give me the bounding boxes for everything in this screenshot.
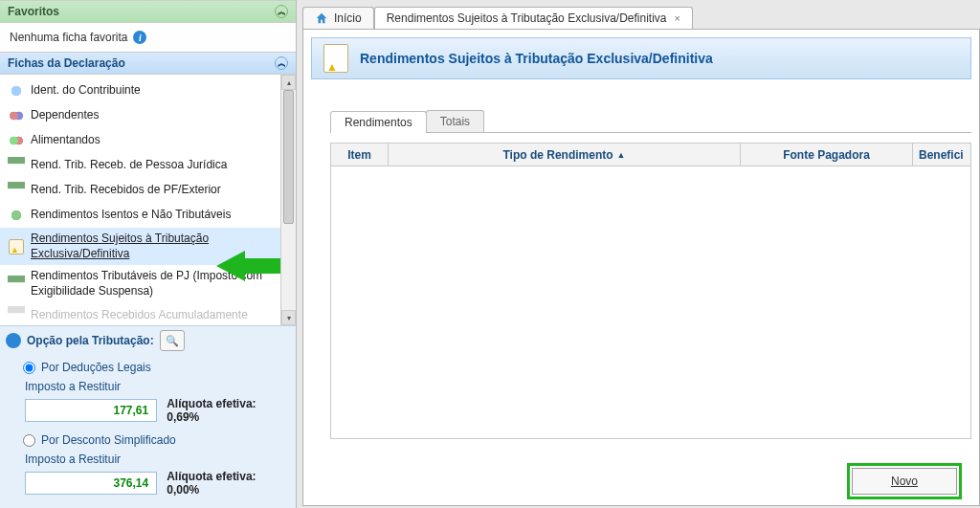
tax-option-icon <box>6 333 21 348</box>
chevron-up-icon[interactable]: ︽ <box>275 56 288 70</box>
col-label: Item <box>347 148 371 162</box>
top-tabs: Início Rendimentos Sujeitos à Tributação… <box>302 4 980 29</box>
col-label: Benefici <box>919 148 964 162</box>
tab-label: Rendimentos Sujeitos à Tributação Exclus… <box>387 11 667 25</box>
fichas-header[interactable]: Fichas da Declaração ︽ <box>0 52 296 75</box>
sidebar-item-label: Rendimentos Tributáveis de PJ (Imposto c… <box>31 269 288 298</box>
money-icon <box>8 182 25 199</box>
document-warning-icon <box>8 238 25 255</box>
tax-option-deducoes[interactable]: Por Deduções Legais <box>6 359 290 376</box>
search-icon <box>166 334 179 347</box>
sidebar-item-label: Rendimentos Recebidos Acumuladamente <box>31 308 248 323</box>
tab-label: Início <box>334 11 362 25</box>
subtab-label: Rendimentos <box>345 116 412 129</box>
col-label: Fonte Pagadora <box>783 148 870 162</box>
subtab-label: Totais <box>440 115 470 128</box>
content-body: Rendimentos Totais Item Tipo de Rendimen… <box>303 79 979 505</box>
scroll-down-icon[interactable]: ▾ <box>281 310 296 325</box>
check-icon <box>8 207 25 224</box>
table-header: Item Tipo de Rendimento ▲ Fonte Pagadora… <box>331 144 970 166</box>
tax-value-row: 177,61 Alíquota efetiva: 0,69% <box>25 397 290 424</box>
col-label: Tipo de Rendimento <box>502 148 612 162</box>
close-icon[interactable]: × <box>675 12 680 24</box>
tax-subtitle: Imposto a Restituir <box>25 380 290 393</box>
novo-button[interactable]: Novo <box>852 468 957 495</box>
sidebar-item-rend-suspensa[interactable]: Rendimentos Tributáveis de PJ (Imposto c… <box>0 265 296 302</box>
taxation-header-label: Opção pela Tributação: <box>27 334 154 347</box>
sidebar-item-label: Rendimentos Sujeitos à Tributação Exclus… <box>31 232 288 261</box>
sidebar-item-label: Rendimentos Isentos e Não Tributáveis <box>31 208 231 223</box>
subtab-totais[interactable]: Totais <box>426 110 484 132</box>
sidebar-item-dependentes[interactable]: Dependentes <box>0 103 296 128</box>
money-icon <box>8 276 25 293</box>
scroll-up-icon[interactable]: ▴ <box>281 75 296 90</box>
info-icon[interactable]: i <box>133 31 146 44</box>
people-icon <box>8 132 25 149</box>
document-warning-icon <box>323 44 348 73</box>
favoritos-header-label: Favoritos <box>8 5 59 18</box>
sidebar-item-rend-acumulado[interactable]: Rendimentos Recebidos Acumuladamente <box>0 302 296 325</box>
sidebar-item-rend-pj[interactable]: Rend. Trib. Receb. de Pessoa Jurídica <box>0 153 296 178</box>
fichas-list: Ident. do Contribuinte Dependentes Alime… <box>0 75 296 325</box>
tab-inicio[interactable]: Início <box>302 7 374 29</box>
radio-desconto-simplificado[interactable] <box>23 434 35 447</box>
col-tipo-rendimento[interactable]: Tipo de Rendimento ▲ <box>389 144 741 166</box>
tax-value-deducoes: 177,61 <box>25 399 157 422</box>
favoritos-body: Nenhuma ficha favorita i <box>0 23 296 52</box>
fichas-header-label: Fichas da Declaração <box>8 56 125 70</box>
sort-asc-icon: ▲ <box>617 150 626 160</box>
subtab-rendimentos[interactable]: Rendimentos <box>330 111 427 133</box>
tax-aliquota: Alíquota efetiva: 0,00% <box>167 470 290 497</box>
sidebar-item-rend-isentos[interactable]: Rendimentos Isentos e Não Tributáveis <box>0 203 296 228</box>
col-fonte-pagadora[interactable]: Fonte Pagadora <box>741 144 913 166</box>
rendimentos-table: Item Tipo de Rendimento ▲ Fonte Pagadora… <box>330 143 971 439</box>
sidebar-item-ident-contribuinte[interactable]: Ident. do Contribuinte <box>0 78 296 103</box>
button-label: Novo <box>891 475 918 488</box>
favoritos-empty-text: Nenhuma ficha favorita <box>10 31 127 44</box>
sub-tabs: Rendimentos Totais <box>330 108 971 133</box>
sidebar-item-alimentandos[interactable]: Alimentandos <box>0 128 296 153</box>
radio-label: Por Desconto Simplificado <box>41 433 176 447</box>
chevron-up-icon[interactable]: ︽ <box>275 5 288 18</box>
annotation-highlight: Novo <box>847 463 962 499</box>
tax-option-simplificado[interactable]: Por Desconto Simplificado <box>6 431 290 449</box>
sidebar-item-rend-exclusiva[interactable]: Rendimentos Sujeitos à Tributação Exclus… <box>0 228 296 265</box>
money-icon <box>8 157 25 174</box>
people-icon <box>8 107 25 124</box>
home-icon <box>315 11 328 25</box>
tax-subtitle: Imposto a Restituir <box>25 453 290 466</box>
tax-value-simplificado: 376,14 <box>25 472 157 495</box>
sidebar-item-label: Alimentandos <box>31 133 100 148</box>
sidebar-item-label: Dependentes <box>31 108 99 123</box>
sidebar: Favoritos ︽ Nenhuma ficha favorita i Fic… <box>0 0 297 508</box>
content-card: Rendimentos Sujeitos à Tributação Exclus… <box>302 29 980 506</box>
tab-rendimentos-exclusiva[interactable]: Rendimentos Sujeitos à Tributação Exclus… <box>374 7 693 29</box>
page-title: Rendimentos Sujeitos à Tributação Exclus… <box>360 51 713 66</box>
search-button[interactable] <box>160 330 185 351</box>
page-title-bar: Rendimentos Sujeitos à Tributação Exclus… <box>311 37 971 79</box>
scroll-thumb[interactable] <box>283 90 294 224</box>
taxation-header: Opção pela Tributação: <box>6 330 290 351</box>
fichas-scrollbar[interactable]: ▴ ▾ <box>280 75 296 325</box>
tax-aliquota: Alíquota efetiva: 0,69% <box>167 397 290 424</box>
fichas-list-container: Ident. do Contribuinte Dependentes Alime… <box>0 75 296 325</box>
main-area: Início Rendimentos Sujeitos à Tributação… <box>297 0 980 508</box>
col-item[interactable]: Item <box>331 144 389 166</box>
col-beneficiario[interactable]: Benefici <box>913 144 970 166</box>
sidebar-item-label: Ident. do Contribuinte <box>31 83 141 99</box>
radio-deducoes-legais[interactable] <box>23 362 35 374</box>
radio-label: Por Deduções Legais <box>41 361 151 374</box>
taxation-panel: Opção pela Tributação: Por Deduções Lega… <box>0 325 296 508</box>
tax-value-row: 376,14 Alíquota efetiva: 0,00% <box>25 470 290 497</box>
footer-toolbar: Novo <box>830 457 979 505</box>
person-icon <box>8 82 25 99</box>
document-icon <box>8 306 25 323</box>
sidebar-item-label: Rend. Trib. Receb. de Pessoa Jurídica <box>31 158 227 173</box>
sidebar-item-label: Rend. Trib. Recebidos de PF/Exterior <box>31 183 221 198</box>
favoritos-header[interactable]: Favoritos ︽ <box>0 0 296 23</box>
sidebar-item-rend-pf-exterior[interactable]: Rend. Trib. Recebidos de PF/Exterior <box>0 178 296 203</box>
